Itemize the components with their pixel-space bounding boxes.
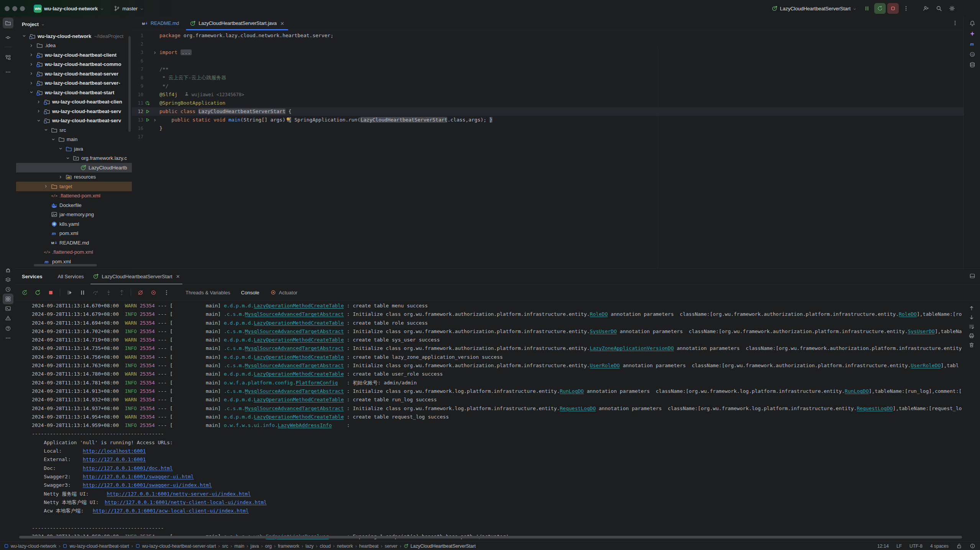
log-logger-link[interactable]: MysqlSourceAdvancedTargetAbstract (245, 311, 344, 317)
stripe-project-folder-button[interactable] (3, 18, 13, 28)
tree-closed-chevron-icon[interactable] (36, 100, 44, 104)
services-tab-lazycloudheartbeatserverstart[interactable]: LazyCloudHeartbeatServerStart✕ (88, 269, 184, 284)
log-logger-link[interactable]: LazyOperationMethodCreateTable (254, 397, 344, 402)
stripe-help-button[interactable] (3, 323, 13, 334)
fold-region[interactable] (152, 48, 158, 57)
log-message-class-link[interactable]: RunLogDO (560, 388, 584, 394)
mute-breakpoints-button[interactable] (136, 288, 145, 297)
services-tab-all-services[interactable]: All Services (53, 269, 89, 284)
project-widget[interactable]: WN wu-lazy-cloud-network (31, 3, 107, 14)
stop-button[interactable] (46, 288, 55, 297)
log-logger-link[interactable]: MysqlSourceAdvancedTargetAbstract (245, 406, 344, 411)
breadcrumb-item-server[interactable]: server (385, 543, 397, 549)
status-widget-4-spaces[interactable]: 4 spaces (930, 543, 949, 549)
project-panel-header[interactable]: Project (16, 17, 132, 31)
log-logger-link[interactable]: LazyOperationMethodCreateTable (254, 414, 344, 420)
breadcrumb-item-framework[interactable]: framework (278, 543, 299, 549)
code-line-3[interactable]: 3import ... (132, 48, 964, 57)
stripe-ai-assistant-button[interactable] (967, 28, 978, 39)
run-configuration-widget[interactable]: LazyCloudHeartbeatServerStart (768, 4, 860, 13)
tree-closed-chevron-icon[interactable] (29, 43, 36, 48)
debug-tab-threads-variables[interactable]: Threads & Variables (180, 284, 236, 300)
code-line-7[interactable]: 7/** (132, 65, 964, 74)
pause-button[interactable] (78, 288, 87, 297)
code-line-12[interactable]: 12public class LazyCloudHeartbeatServerS… (132, 107, 964, 116)
stripe-gradle-button[interactable]: G (967, 49, 978, 60)
code-line-6[interactable]: 6 (132, 57, 964, 65)
editor-tab-lazycloudheartbeatserverstart-java[interactable]: LazyCloudHeartbeatServerStart.java✕ (184, 17, 289, 30)
tree-item-wu-lazy-cloud-heartbeat-serv[interactable]: wu-lazy-cloud-heartbeat-serv (16, 107, 132, 116)
breadcrumb-item-heartbeat[interactable]: heartbeat (359, 543, 379, 549)
tree-item-wu-lazy-cloud-heartbeat-server[interactable]: wu-lazy-cloud-heartbeat-server (16, 69, 132, 79)
tree-item--flattened-pom-xml[interactable]: </>.flattened-pom.xml (16, 191, 132, 201)
log-logger-link[interactable]: MysqlSourceAdvancedTargetAbstract (245, 388, 344, 394)
tree-item-jar-memory-png[interactable]: jar-memory.png (16, 210, 132, 220)
log-logger-link[interactable]: MysqlSourceAdvancedTargetAbstract (245, 363, 344, 368)
code-line-16[interactable]: 16} (132, 124, 964, 133)
close-tab-icon[interactable]: ✕ (176, 274, 180, 279)
breadcrumb-item-cloud[interactable]: cloud (320, 543, 331, 549)
log-logger-link[interactable]: LazyWebAddressInfo (278, 422, 332, 428)
tree-open-chevron-icon[interactable] (58, 146, 66, 151)
tree-item-org-framework-lazy-c[interactable]: org.framework.lazy.c (16, 154, 132, 163)
log-message-class-link[interactable]: LazyZoneApplicationVersionDO (590, 345, 674, 351)
tree-closed-chevron-icon[interactable] (44, 184, 51, 189)
code-line-8[interactable]: 8 * 云上云下-云上心跳服务器 (132, 74, 964, 82)
tree-item-java[interactable]: java (16, 144, 132, 154)
code-line-1[interactable]: 1package org.framework.lazy.cloud.networ… (132, 31, 964, 40)
restart-button[interactable] (33, 288, 42, 297)
access-url-link[interactable]: http://127.0.0.1:6001/doc.html (83, 465, 173, 471)
tree-open-chevron-icon[interactable] (36, 118, 44, 123)
stripe-debug-button[interactable] (3, 265, 13, 276)
log-message-class-link[interactable]: RequestLogDO (560, 406, 596, 411)
info-icon[interactable] (970, 543, 975, 549)
stripe-services-button[interactable] (3, 294, 13, 304)
tree-closed-chevron-icon[interactable] (58, 175, 66, 179)
run-triangle-icon[interactable] (145, 109, 150, 114)
project-tree-horizontal-scrollbar[interactable] (34, 264, 97, 266)
tree-item--flattened-pom-xml[interactable]: </>.flattened-pom.xml (16, 248, 132, 257)
breadcrumb-item-org[interactable]: org (265, 543, 272, 549)
services-window-title[interactable]: Services (22, 274, 43, 279)
stripe-commit-button[interactable] (3, 32, 13, 43)
code-with-me-button[interactable] (920, 3, 932, 14)
stripe-maven-button[interactable]: m (967, 39, 978, 49)
code-line-17[interactable]: 17 (132, 133, 964, 141)
breadcrumb-item-lazycloudheartbeatserverstart[interactable]: LazyCloudHeartbeatServerStart (404, 543, 476, 549)
breadcrumb-item-network[interactable]: network (337, 543, 353, 549)
stripe-problems-button[interactable] (3, 313, 13, 323)
tree-open-chevron-icon[interactable] (66, 156, 73, 161)
log-logger-link[interactable]: MysqlSourceAdvancedTargetAbstract (245, 328, 344, 334)
soft-wrap-button[interactable] (967, 322, 976, 331)
log-message-class-link[interactable]: SysUserDO (590, 328, 617, 334)
log-message-class-link[interactable]: SysUserDO (908, 328, 934, 334)
stripe-recent-button[interactable] (3, 284, 13, 295)
tree-item-target[interactable]: target (16, 182, 132, 191)
breadcrumb-item-wu-lazy-cloud-network[interactable]: wu-lazy-cloud-network (4, 543, 56, 549)
tree-item-wu-lazy-cloud-heartbeat-serv[interactable]: wu-lazy-cloud-heartbeat-serv (16, 116, 132, 126)
step-out-button[interactable] (117, 288, 126, 297)
log-logger-link[interactable]: PlatformConfig (296, 380, 338, 386)
resume-button[interactable] (65, 288, 74, 297)
fold-region[interactable] (152, 116, 158, 124)
tree-open-chevron-icon[interactable] (22, 34, 29, 38)
tree-closed-chevron-icon[interactable] (29, 81, 36, 85)
print-button[interactable] (967, 332, 976, 340)
status-widget-utf-8[interactable]: UTF-8 (909, 543, 923, 549)
pause-button[interactable] (861, 3, 873, 14)
tree-open-chevron-icon[interactable] (44, 128, 51, 132)
tree-closed-chevron-icon[interactable] (36, 109, 44, 113)
rerun-gutter-icon[interactable] (145, 100, 150, 106)
log-logger-link[interactable]: LazyOperationMethodCreateTable (254, 320, 344, 326)
editor-tab-readme-md[interactable]: MREADME.md (136, 17, 184, 30)
access-url-link[interactable]: http://localhost:6001 (83, 448, 146, 454)
window-controls[interactable] (5, 6, 28, 11)
run-triangle-icon[interactable] (145, 117, 150, 123)
log-logger-link[interactable]: LazyOperationMethodCreateTable (254, 371, 344, 377)
tree-item-dockerfile[interactable]: Dockerfile (16, 200, 132, 210)
tree-open-chevron-icon[interactable] (51, 137, 58, 142)
breadcrumb-item-lazy[interactable]: lazy (305, 543, 314, 549)
log-logger-link[interactable]: LazyOperationMethodCreateTable (254, 303, 344, 309)
scroll-to-bottom-button[interactable] (967, 313, 976, 322)
clear-all-button[interactable] (967, 341, 976, 349)
